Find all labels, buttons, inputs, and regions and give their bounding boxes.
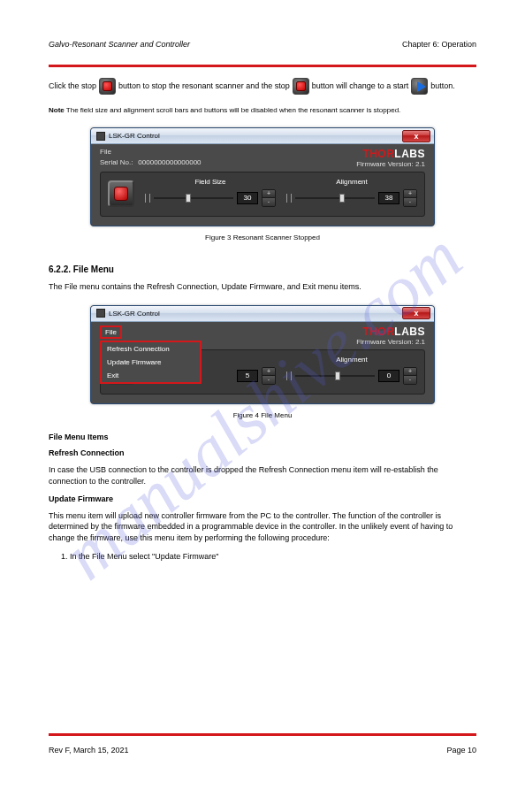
menu-item-update-firmware[interactable]: Update Firmware: [102, 356, 200, 369]
field-size-label: Field Size: [194, 178, 225, 186]
update-firmware-text: This menu item will upload new controlle…: [49, 510, 476, 544]
field-size-spinner[interactable]: + -: [262, 189, 276, 207]
brand-logo: THORLABS: [362, 148, 425, 160]
alignment-spinner[interactable]: + -: [403, 367, 417, 385]
refresh-connection-label: Refresh Connection: [49, 448, 125, 457]
minus-button[interactable]: -: [404, 376, 416, 384]
plus-button[interactable]: +: [404, 190, 416, 198]
field-size-spinner[interactable]: + -: [262, 367, 276, 385]
plus-button[interactable]: +: [262, 190, 275, 198]
header-left: Galvo-Resonant Scanner and Controller: [49, 40, 190, 49]
serial-label: Serial No.:: [100, 158, 133, 166]
minus-button[interactable]: -: [262, 198, 275, 206]
step-1: 1. In the File Menu select "Update Firmw…: [61, 551, 476, 563]
footer-rule: [49, 733, 476, 736]
minus-button[interactable]: -: [262, 376, 275, 384]
file-menu-text: The File menu contains the Refresh Conne…: [49, 281, 476, 293]
field-size-value[interactable]: 30: [237, 192, 258, 204]
file-menu[interactable]: File: [100, 148, 202, 156]
header-right: Chapter 6: Operation: [402, 40, 476, 49]
figure-3-caption: Figure 3 Resonant Scanner Stopped: [49, 234, 476, 241]
alignment-slider[interactable]: [295, 197, 375, 199]
menu-item-exit[interactable]: Exit: [102, 369, 200, 382]
plus-button[interactable]: +: [262, 368, 275, 376]
window-title: LSK-GR Control: [109, 132, 160, 140]
brand-logo: THORLABS: [362, 326, 425, 338]
refresh-connection-text: In case the USB connection to the contro…: [49, 464, 476, 486]
stop-icon: [293, 78, 309, 95]
firmware-version: Firmware Version: 2.1: [356, 338, 425, 346]
header-rule: [49, 65, 476, 67]
field-size-slider[interactable]: [154, 197, 233, 199]
lsk-gr-control-window: LSK-GR Control x File THORLABS Firmware …: [90, 305, 435, 404]
close-button[interactable]: x: [402, 130, 430, 142]
section-heading: 6.2.2. File Menu: [49, 264, 476, 274]
file-menu[interactable]: File: [100, 326, 122, 339]
play-icon: [411, 78, 428, 95]
stop-icon: [99, 78, 116, 95]
alignment-label: Alignment: [336, 356, 368, 364]
alignment-slider[interactable]: [295, 375, 375, 377]
footer-revision: Rev F, March 15, 2021: [49, 746, 129, 755]
file-menu-items-heading: File Menu Items: [49, 433, 109, 441]
alignment-value[interactable]: 0: [378, 370, 399, 382]
firmware-version: Firmware Version: 2.1: [356, 160, 425, 168]
figure-4-caption: Figure 4 File Menu: [49, 411, 476, 419]
footer-page: Page 10: [446, 746, 476, 755]
app-icon: [96, 309, 105, 318]
stop-button[interactable]: [108, 180, 134, 207]
minus-button[interactable]: -: [404, 198, 416, 206]
titlebar: LSK-GR Control x: [91, 128, 434, 144]
update-firmware-label: Update Firmware: [49, 494, 113, 503]
lsk-gr-control-window: LSK-GR Control x File Serial No.: 000000…: [90, 127, 435, 226]
app-icon: [96, 132, 105, 141]
serial-value: 0000000000000000: [138, 158, 201, 166]
alignment-value[interactable]: 38: [378, 192, 399, 204]
alignment-spinner[interactable]: + -: [403, 189, 417, 207]
intro-line-2: change to a start button.: [349, 78, 455, 95]
plus-button[interactable]: +: [404, 368, 416, 376]
field-size-value[interactable]: 5: [237, 370, 258, 382]
alignment-label: Alignment: [336, 178, 368, 186]
file-dropdown-menu: Refresh Connection Update Firmware Exit: [100, 341, 202, 384]
titlebar: LSK-GR Control x: [91, 306, 434, 322]
close-button[interactable]: x: [402, 307, 430, 319]
intro-line-1: Click the stop button to stop the resona…: [49, 78, 347, 95]
note: Note The field size and alignment scroll…: [49, 105, 476, 115]
menu-item-refresh-connection[interactable]: Refresh Connection: [102, 342, 200, 356]
window-title: LSK-GR Control: [109, 310, 160, 318]
